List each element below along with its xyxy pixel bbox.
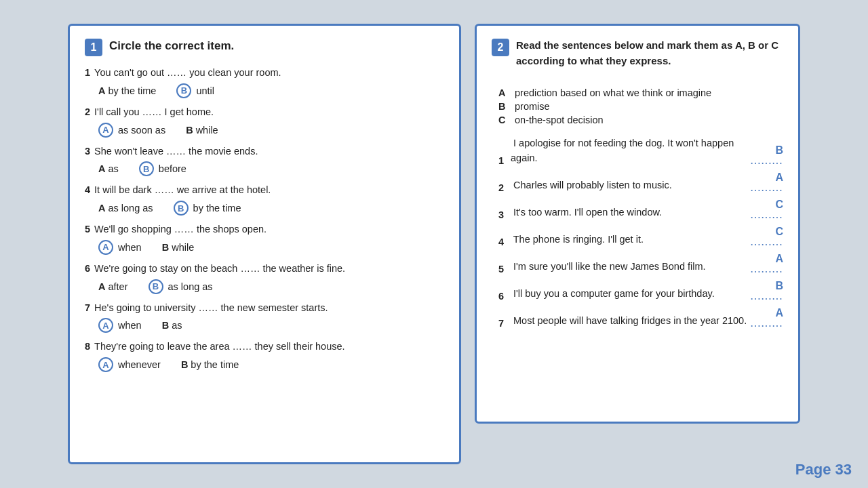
right-question-6: 6 I'll buy you a computer game for your … bbox=[498, 280, 783, 302]
right-q-num: 1 bbox=[498, 155, 511, 166]
options-row-left-7: AwhenBas bbox=[98, 318, 444, 333]
exercise-box-right: 2 Read the sentences below and mark them… bbox=[475, 24, 800, 424]
option-left-5-B: Bwhile bbox=[162, 242, 195, 253]
right-answer-7: A ......... bbox=[749, 307, 783, 329]
right-answer-4: C ......... bbox=[749, 226, 783, 247]
option-letter: B bbox=[181, 359, 188, 370]
option-left-8-A: Awhenever bbox=[98, 357, 161, 372]
option-text: as bbox=[172, 320, 182, 331]
option-letter: B bbox=[186, 125, 193, 136]
right-q-text: The phone is ringing. I'll get it. bbox=[511, 232, 749, 247]
circle-icon: A bbox=[98, 123, 113, 138]
option-letter: A bbox=[98, 281, 105, 292]
right-question-1: 1 I apologise for not feeding the dog. I… bbox=[498, 136, 783, 166]
right-q-text: Most people will have talking fridges in… bbox=[511, 314, 749, 329]
category-text: on-the-spot decision bbox=[515, 115, 604, 125]
option-letter: A bbox=[98, 163, 105, 174]
answer-letter: C bbox=[775, 199, 783, 211]
exercise-badge-left: 1 bbox=[85, 39, 102, 56]
question-text-left-7: 7He's going to university …… the new sem… bbox=[85, 301, 444, 316]
question-block-left-6: 6We're going to stay on the beach …… the… bbox=[85, 262, 444, 294]
category-letter: A bbox=[498, 87, 509, 98]
answer-dots: ......... bbox=[751, 265, 783, 274]
answer-dots: ......... bbox=[751, 157, 783, 166]
circle-icon: A bbox=[98, 240, 113, 255]
right-q-text: I'm sure you'll like the new James Bond … bbox=[511, 260, 749, 274]
right-question-3: 3 It's too warm. I'll open the window. C… bbox=[498, 199, 783, 220]
right-q-num: 6 bbox=[498, 291, 511, 302]
option-left-2-B: Bwhile bbox=[186, 125, 218, 136]
option-text: when bbox=[118, 320, 142, 331]
right-question-7: 7 Most people will have talking fridges … bbox=[498, 307, 783, 329]
option-left-4-B: Bby the time bbox=[174, 201, 241, 216]
category-text: prediction based on what we think or ima… bbox=[515, 87, 711, 98]
option-left-7-A: Awhen bbox=[98, 318, 142, 333]
option-text: as long as bbox=[168, 281, 213, 292]
question-block-left-7: 7He's going to university …… the new sem… bbox=[85, 301, 444, 333]
option-text: until bbox=[196, 85, 214, 96]
question-text-left-1: 1You can't go out …… you clean your room… bbox=[85, 66, 444, 81]
question-text-left-6: 6We're going to stay on the beach …… the… bbox=[85, 262, 444, 277]
right-q-num: 7 bbox=[498, 318, 511, 329]
circle-icon: B bbox=[174, 201, 189, 216]
right-answer-6: B ......... bbox=[749, 280, 783, 302]
answer-dots: ......... bbox=[751, 184, 783, 193]
option-letter: B bbox=[162, 320, 169, 331]
right-answer-1: B ......... bbox=[749, 144, 783, 166]
answer-dots: ......... bbox=[751, 211, 783, 220]
right-q-text: It's too warm. I'll open the window. bbox=[511, 205, 749, 220]
question-block-left-3: 3She won't leave …… the movie ends.AasBb… bbox=[85, 144, 444, 177]
option-text: by the time bbox=[193, 203, 241, 214]
circle-icon: B bbox=[176, 83, 191, 98]
right-q-num: 5 bbox=[498, 264, 511, 274]
option-left-6-B: Bas long as bbox=[149, 279, 213, 294]
answer-letter: A bbox=[775, 171, 783, 184]
circle-icon: A bbox=[98, 357, 113, 372]
option-text: as long as bbox=[108, 203, 153, 214]
right-q-text: I apologise for not feeding the dog. It … bbox=[511, 136, 749, 166]
options-row-left-2: Aas soon asBwhile bbox=[98, 123, 444, 138]
option-left-7-B: Bas bbox=[162, 320, 182, 331]
question-block-left-1: 1You can't go out …… you clean your room… bbox=[85, 66, 444, 98]
options-row-left-1: Aby the timeBuntil bbox=[98, 83, 444, 98]
question-block-left-5: 5We'll go shopping …… the shops open.Awh… bbox=[85, 222, 444, 255]
question-text-left-3: 3She won't leave …… the movie ends. bbox=[85, 144, 444, 159]
right-q-num: 3 bbox=[498, 209, 511, 220]
option-left-3-A: Aas bbox=[98, 163, 119, 174]
right-question-2: 2 Charles will probably listen to music.… bbox=[498, 171, 783, 193]
option-text: while bbox=[172, 242, 194, 253]
options-row-left-5: AwhenBwhile bbox=[98, 240, 444, 255]
answer-letter: B bbox=[775, 280, 783, 292]
circle-icon: B bbox=[149, 279, 163, 294]
right-q-text: I'll buy you a computer game for your bi… bbox=[511, 287, 749, 302]
option-text: while bbox=[196, 125, 218, 136]
answer-letter: B bbox=[775, 144, 783, 157]
question-block-left-8: 8They're going to leave the area …… they… bbox=[85, 340, 444, 372]
circle-icon: B bbox=[139, 161, 154, 176]
question-text-left-4: 4It will be dark …… we arrive at the hot… bbox=[85, 183, 444, 198]
answer-letter: C bbox=[775, 226, 783, 238]
option-text: whenever bbox=[118, 359, 161, 370]
category-text: promise bbox=[515, 101, 550, 112]
answer-dots: ......... bbox=[751, 238, 783, 247]
right-question-4: 4 The phone is ringing. I'll get it. C .… bbox=[498, 226, 783, 247]
option-text: as soon as bbox=[118, 125, 165, 136]
exercise-box-left: 1 Circle the correct item. 1You can't go… bbox=[68, 24, 461, 464]
option-text: by the time bbox=[108, 85, 156, 96]
exercise-badge-right: 2 bbox=[492, 39, 509, 56]
options-row-left-4: Aas long asBby the time bbox=[98, 201, 444, 216]
left-questions-container: 1You can't go out …… you clean your room… bbox=[85, 66, 444, 372]
option-letter: A bbox=[98, 203, 105, 214]
options-row-left-8: AwheneverBby the time bbox=[98, 357, 444, 372]
option-left-2-A: Aas soon as bbox=[98, 123, 165, 138]
option-left-1-A: Aby the time bbox=[98, 85, 156, 96]
question-text-left-8: 8They're going to leave the area …… they… bbox=[85, 340, 444, 354]
circle-icon: A bbox=[98, 318, 113, 333]
right-answer-5: A ......... bbox=[749, 253, 783, 274]
answer-letter: A bbox=[775, 253, 783, 265]
question-block-left-4: 4It will be dark …… we arrive at the hot… bbox=[85, 183, 444, 216]
option-text: after bbox=[108, 281, 127, 292]
option-left-1-B: Buntil bbox=[176, 83, 214, 98]
right-q-num: 2 bbox=[498, 182, 511, 193]
question-text-left-5: 5We'll go shopping …… the shops open. bbox=[85, 222, 444, 237]
